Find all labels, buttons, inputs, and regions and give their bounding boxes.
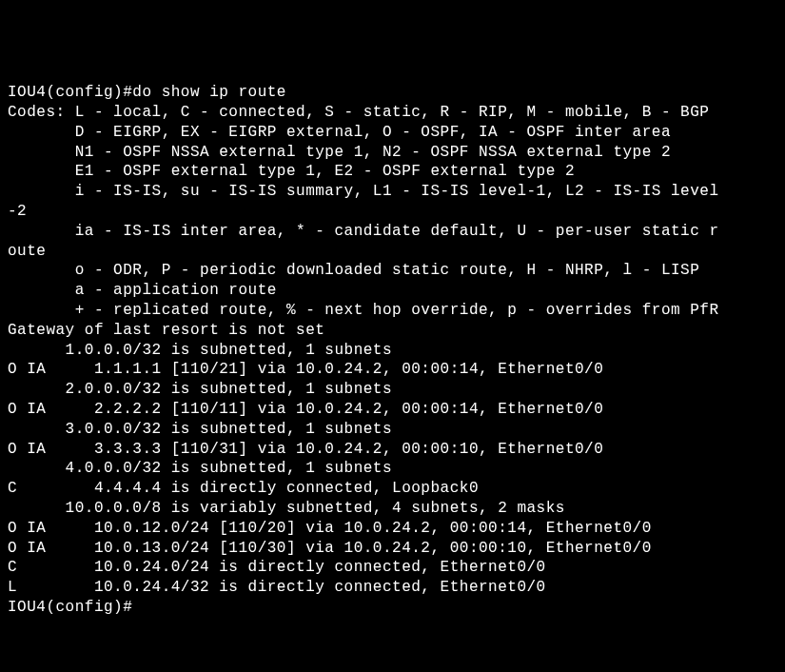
- terminal-line: 10.0.0.0/8 is variably subnetted, 4 subn…: [8, 499, 777, 519]
- terminal-line: L 10.0.24.4/32 is directly connected, Et…: [8, 578, 777, 598]
- terminal-line: 3.0.0.0/32 is subnetted, 1 subnets: [8, 420, 777, 440]
- terminal-line: E1 - OSPF external type 1, E2 - OSPF ext…: [8, 162, 777, 182]
- terminal-line: O IA 1.1.1.1 [110/21] via 10.0.24.2, 00:…: [8, 360, 777, 380]
- terminal-line: O IA 10.0.12.0/24 [110/20] via 10.0.24.2…: [8, 519, 777, 539]
- terminal-prompt[interactable]: IOU4(config)#: [8, 598, 777, 618]
- terminal-line: + - replicated route, % - next hop overr…: [8, 301, 777, 321]
- terminal-line: O IA 10.0.13.0/24 [110/30] via 10.0.24.2…: [8, 539, 777, 559]
- terminal-line: -2: [8, 202, 777, 222]
- terminal-line: i - IS-IS, su - IS-IS summary, L1 - IS-I…: [8, 182, 777, 202]
- terminal-line: D - EIGRP, EX - EIGRP external, O - OSPF…: [8, 123, 777, 143]
- terminal-line: oute: [8, 242, 777, 262]
- terminal-line: O IA 2.2.2.2 [110/11] via 10.0.24.2, 00:…: [8, 400, 777, 420]
- terminal-line: C 10.0.24.0/24 is directly connected, Et…: [8, 558, 777, 578]
- terminal-line: 2.0.0.0/32 is subnetted, 1 subnets: [8, 380, 777, 400]
- terminal-output: IOU4(config)#do show ip routeCodes: L - …: [8, 83, 777, 618]
- terminal-line: N1 - OSPF NSSA external type 1, N2 - OSP…: [8, 143, 777, 163]
- terminal-line: o - ODR, P - periodic downloaded static …: [8, 261, 777, 281]
- terminal-line: ia - IS-IS inter area, * - candidate def…: [8, 222, 777, 242]
- terminal-line: a - application route: [8, 281, 777, 301]
- terminal-line: IOU4(config)#do show ip route: [8, 83, 777, 103]
- terminal-line: Gateway of last resort is not set: [8, 321, 777, 341]
- terminal-line: C 4.4.4.4 is directly connected, Loopbac…: [8, 479, 777, 499]
- terminal-line: 4.0.0.0/32 is subnetted, 1 subnets: [8, 459, 777, 479]
- terminal-line: O IA 3.3.3.3 [110/31] via 10.0.24.2, 00:…: [8, 440, 777, 460]
- terminal-line: Codes: L - local, C - connected, S - sta…: [8, 103, 777, 123]
- terminal-line: 1.0.0.0/32 is subnetted, 1 subnets: [8, 341, 777, 361]
